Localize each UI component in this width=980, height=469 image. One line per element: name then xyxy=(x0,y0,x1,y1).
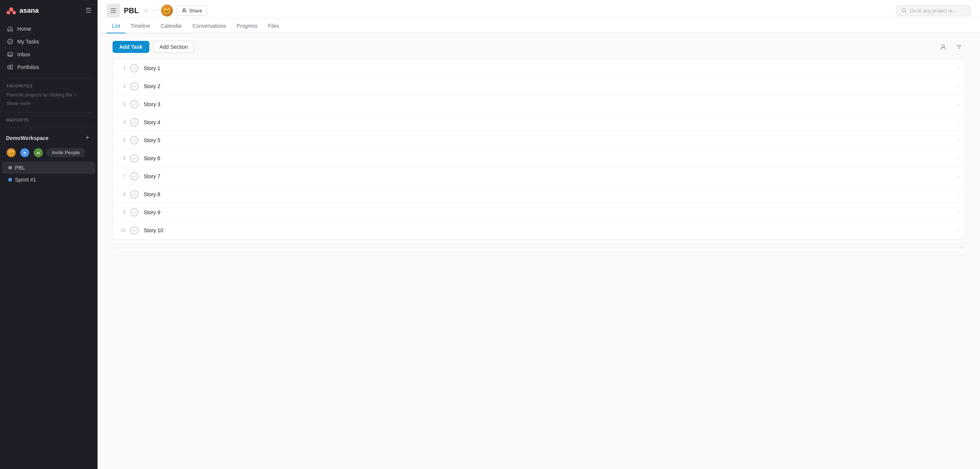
more-options-btn[interactable]: ··· xyxy=(152,7,157,14)
task-num: 9 xyxy=(119,210,130,215)
task-name: Story 3 xyxy=(144,101,957,107)
task-expand-chevron[interactable]: › xyxy=(957,227,959,234)
task-row[interactable]: 4 Story 4 › xyxy=(113,113,965,131)
content-area: Add Task Add Section 1 Story 1 xyxy=(97,33,980,469)
task-checkbox[interactable] xyxy=(130,100,138,108)
svg-rect-5 xyxy=(11,65,13,69)
task-row[interactable]: 2 Story 2 › xyxy=(113,77,965,95)
task-toolbar-right xyxy=(937,41,965,53)
task-checkbox[interactable] xyxy=(130,82,138,91)
tab-timeline[interactable]: Timeline xyxy=(125,19,155,33)
svg-point-15 xyxy=(942,45,945,48)
member-avatar-3[interactable]: XI xyxy=(33,148,43,158)
invite-people-btn[interactable]: Invite People xyxy=(46,148,85,157)
task-name: Story 9 xyxy=(144,209,957,215)
task-name: Story 4 xyxy=(144,119,957,125)
workspace-add-btn[interactable]: + xyxy=(83,134,92,142)
tab-progress[interactable]: Progress xyxy=(231,19,263,33)
add-section-btn[interactable]: Add Section xyxy=(153,41,194,53)
project-item-sprint1[interactable]: Sprint #1 ··· xyxy=(2,174,95,186)
task-checkbox[interactable] xyxy=(130,226,138,234)
task-checkbox[interactable] xyxy=(130,172,138,180)
task-expand-chevron[interactable]: › xyxy=(957,101,959,107)
project-icon-btn[interactable] xyxy=(107,4,120,17)
project-list: PBL ··· Sprint #1 ··· xyxy=(0,162,97,186)
my-tasks-label: My Tasks xyxy=(17,39,39,45)
portfolios-icon xyxy=(7,64,14,70)
task-row[interactable]: 8 Story 8 › xyxy=(113,185,965,203)
sidebar-item-home[interactable]: Home xyxy=(3,22,95,35)
task-num: 2 xyxy=(119,84,130,89)
check-icon xyxy=(132,192,137,197)
task-expand-chevron[interactable]: › xyxy=(957,209,959,215)
task-expand-chevron[interactable]: › xyxy=(957,119,959,125)
portfolios-label: Portfolios xyxy=(17,64,39,70)
check-icon xyxy=(132,138,137,143)
task-checkbox[interactable] xyxy=(130,136,138,145)
star-btn[interactable]: ☆ xyxy=(143,7,149,14)
svg-rect-12 xyxy=(111,12,116,13)
sidebar-divider-1 xyxy=(6,78,92,78)
home-icon xyxy=(7,25,14,32)
sidebar-item-my-tasks[interactable]: My Tasks xyxy=(3,35,95,48)
filter-btn[interactable] xyxy=(953,41,965,53)
task-num: 10 xyxy=(119,228,130,233)
assign-tasks-btn[interactable] xyxy=(937,41,949,53)
tab-files[interactable]: Files xyxy=(263,19,285,33)
sidebar-divider-3 xyxy=(6,127,92,128)
hamburger-icon: ☰ xyxy=(86,6,92,14)
task-name: Story 5 xyxy=(144,137,957,143)
task-row[interactable]: 3 Story 3 › xyxy=(113,95,965,113)
check-icon xyxy=(132,66,137,70)
tab-conversations[interactable]: Conversations xyxy=(187,19,231,33)
my-tasks-icon xyxy=(7,38,14,45)
main-content: PBL ☆ ··· 🐱 Share Go to any project or… … xyxy=(97,0,980,469)
svg-point-2 xyxy=(13,11,16,14)
task-name: Story 2 xyxy=(144,83,957,89)
svg-text:B: B xyxy=(24,151,26,155)
task-row[interactable]: 10 Story 10 › xyxy=(113,221,965,239)
project-label-sprint1: Sprint #1 xyxy=(15,177,36,183)
sidebar-item-inbox[interactable]: Inbox xyxy=(3,48,95,61)
task-checkbox[interactable] xyxy=(130,64,138,72)
top-bar-left: PBL ☆ ··· 🐱 Share xyxy=(107,4,207,17)
project-item-pbl[interactable]: PBL ··· xyxy=(2,162,95,174)
task-expand-chevron[interactable]: › xyxy=(957,155,959,161)
task-row[interactable]: 6 Story 6 › xyxy=(113,149,965,167)
check-icon xyxy=(132,84,137,89)
task-expand-chevron[interactable]: › xyxy=(957,173,959,179)
task-row[interactable]: 7 Story 7 › xyxy=(113,167,965,185)
member-avatar-1[interactable]: 🐱 xyxy=(6,148,16,158)
tab-list[interactable]: List xyxy=(107,19,125,33)
task-expand-chevron[interactable]: › xyxy=(957,65,959,71)
task-checkbox[interactable] xyxy=(130,154,138,162)
task-checkbox[interactable] xyxy=(130,118,138,126)
top-bar-right: Go to any project or… xyxy=(896,5,971,16)
favorites-hint: Favorite projects by clicking the ☆ xyxy=(0,91,97,99)
add-task-btn[interactable]: Add Task xyxy=(113,41,150,53)
task-expand-chevron[interactable]: › xyxy=(957,137,959,143)
task-row[interactable]: 5 Story 5 › xyxy=(113,131,965,149)
show-more-btn[interactable]: Show more xyxy=(0,99,97,109)
task-toolbar-left: Add Task Add Section xyxy=(113,41,194,53)
sidebar-toggle-btn[interactable]: ☰ xyxy=(86,6,92,14)
task-row[interactable]: 9 Story 9 › xyxy=(113,203,965,221)
asana-logo-icon xyxy=(6,5,16,16)
member-avatar-2[interactable]: B xyxy=(19,148,30,158)
search-bar[interactable]: Go to any project or… xyxy=(896,5,971,16)
check-icon xyxy=(132,120,137,124)
asana-logo[interactable]: asana xyxy=(6,5,39,16)
sidebar-item-portfolios[interactable]: Portfolios xyxy=(3,61,95,73)
share-btn[interactable]: Share xyxy=(177,6,207,16)
task-num: 4 xyxy=(119,120,130,125)
check-icon xyxy=(132,210,137,215)
task-row[interactable]: 1 Story 1 › xyxy=(113,59,965,77)
tab-calendar[interactable]: Calendar xyxy=(155,19,187,33)
user-avatar-top[interactable]: 🐱 xyxy=(161,5,173,16)
task-expand-chevron[interactable]: › xyxy=(957,83,959,89)
svg-rect-11 xyxy=(111,10,116,11)
task-expand-chevron[interactable]: › xyxy=(957,191,959,197)
task-checkbox[interactable] xyxy=(130,190,138,199)
workspace-name: DemoWorkspace xyxy=(6,135,48,141)
task-checkbox[interactable] xyxy=(130,208,138,216)
